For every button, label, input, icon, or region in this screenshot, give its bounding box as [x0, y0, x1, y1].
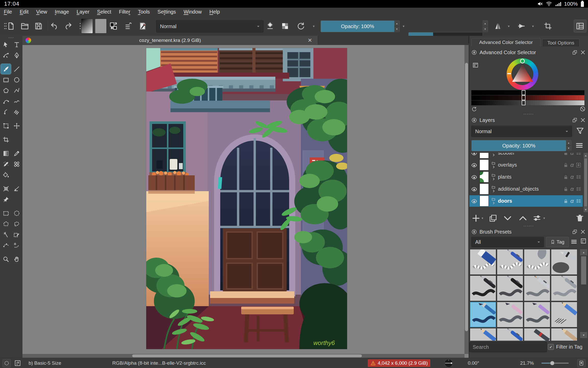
- layer-group-expander[interactable]: [491, 185, 496, 193]
- scroll-up-icon[interactable]: ▲: [580, 249, 587, 255]
- canvas-vertical-scrollbar[interactable]: [464, 45, 469, 354]
- float-docker-icon[interactable]: [572, 50, 578, 55]
- color-slider-value[interactable]: [471, 100, 584, 105]
- layer-grid-icon[interactable]: [575, 198, 582, 204]
- duplicate-layer-button[interactable]: [488, 214, 498, 223]
- reload-preset-button[interactable]: [297, 22, 305, 30]
- scroll-up-icon[interactable]: ▲: [584, 153, 588, 158]
- docker-lock-icon[interactable]: [471, 50, 477, 55]
- opacity-slider[interactable]: Opacity: 100%: [321, 20, 395, 32]
- brush-preset-tile[interactable]: [470, 328, 496, 341]
- layer-alpha-icon[interactable]: α: [570, 198, 574, 204]
- layer-visibility-icon[interactable]: [471, 198, 477, 204]
- scroll-down-icon[interactable]: ▼: [580, 332, 587, 338]
- tool-sel-bezier[interactable]: [1, 240, 11, 250]
- tool-select-shapes[interactable]: [1, 39, 11, 50]
- brush-preset-tile[interactable]: [470, 275, 496, 301]
- tool-sel-magnetic[interactable]: [11, 240, 22, 250]
- brush-preset-tile[interactable]: [524, 275, 550, 301]
- layer-thumbnail[interactable]: [480, 195, 489, 206]
- toolbox-grip[interactable]: ••••: [0, 36, 22, 39]
- tool-picker[interactable]: [11, 148, 22, 158]
- layer-visibility-icon[interactable]: [471, 153, 477, 156]
- tool-dynamic-brush[interactable]: [1, 107, 11, 117]
- tab-tool-options[interactable]: Tool Options: [542, 39, 580, 47]
- layer-thumbnail[interactable]: [480, 183, 489, 194]
- tool-sel-lasso[interactable]: [11, 219, 22, 229]
- tool-ellipse[interactable]: [11, 75, 22, 85]
- menu-tools[interactable]: Tools: [134, 9, 154, 15]
- color-selector-settings-icon[interactable]: [472, 62, 479, 68]
- close-docker-icon[interactable]: [580, 50, 586, 55]
- menu-settings[interactable]: Settings: [154, 9, 180, 15]
- layer-opacity-slider[interactable]: Opacity: 100%: [471, 140, 566, 151]
- layer-alpha-icon[interactable]: α: [570, 186, 574, 192]
- menu-image[interactable]: Image: [51, 9, 73, 15]
- chevron-down-icon[interactable]: ▾: [313, 24, 315, 28]
- foreground-background-colors[interactable]: [109, 22, 118, 30]
- tool-pan[interactable]: [11, 254, 22, 264]
- menu-help[interactable]: Help: [206, 9, 224, 15]
- pattern-chooser[interactable]: [95, 19, 107, 33]
- undo-button[interactable]: [50, 22, 59, 30]
- canvas-horizontal-scrollbar[interactable]: [22, 354, 464, 358]
- tool-crop[interactable]: [1, 134, 11, 145]
- brush-grid-scrollbar[interactable]: ▲ ▼: [580, 249, 587, 341]
- layer-alpha-icon[interactable]: α: [570, 162, 574, 168]
- add-layer-button[interactable]: [471, 214, 481, 223]
- float-docker-icon[interactable]: [572, 117, 578, 123]
- layer-row-scooter[interactable]: scooterα: [469, 153, 583, 159]
- layer-group-expander[interactable]: [491, 197, 496, 205]
- tool-zoom[interactable]: [1, 254, 11, 264]
- layer-visibility-icon[interactable]: [471, 186, 477, 192]
- canvas-only-mode-button[interactable]: [577, 359, 585, 367]
- tool-freehand-brush[interactable]: [1, 64, 11, 74]
- chevron-down-icon[interactable]: ▾: [508, 24, 510, 28]
- layer-lock-icon[interactable]: [563, 162, 569, 168]
- open-document-button[interactable]: [20, 22, 29, 30]
- layer-lock-icon[interactable]: [563, 153, 569, 156]
- delete-layer-button[interactable]: [575, 214, 584, 223]
- tool-edit-shapes[interactable]: [1, 50, 11, 60]
- preset-list-view-icon[interactable]: [570, 238, 578, 245]
- selection-mode-icon[interactable]: [14, 360, 21, 366]
- layer-visibility-icon[interactable]: [471, 162, 477, 168]
- tool-sel-poly[interactable]: [1, 219, 11, 229]
- filter-in-tag-checkbox[interactable]: ✓: [548, 344, 554, 350]
- tool-fill[interactable]: [1, 170, 11, 180]
- color-wheel[interactable]: [507, 58, 538, 90]
- layer-group-expander[interactable]: [491, 153, 496, 157]
- brush-preset-tile[interactable]: [551, 302, 577, 327]
- menu-edit[interactable]: Edit: [16, 9, 32, 15]
- docker-lock-icon[interactable]: [471, 117, 477, 123]
- brush-preset-tile[interactable]: [497, 302, 523, 327]
- menu-select[interactable]: Select: [93, 9, 115, 15]
- tool-rect[interactable]: [1, 75, 11, 85]
- menu-view[interactable]: View: [32, 9, 51, 15]
- color-slider-saturation[interactable]: [471, 95, 584, 100]
- opacity-spinner[interactable]: ▲▼: [394, 20, 400, 32]
- preset-display-mode-icon[interactable]: [580, 238, 587, 244]
- eraser-mode-button[interactable]: [266, 22, 275, 30]
- tool-sel-rect[interactable]: [1, 208, 11, 218]
- layer-properties-button[interactable]: [532, 214, 542, 223]
- brush-preset-tile[interactable]: [497, 249, 523, 275]
- chevron-down-icon[interactable]: ▾: [482, 216, 483, 220]
- layer-row-plants[interactable]: plantsα: [469, 171, 583, 183]
- tool-freehand-path[interactable]: [11, 96, 22, 106]
- close-docker-icon[interactable]: [580, 117, 586, 123]
- brush-option-widget[interactable]: [124, 22, 133, 30]
- layer-lock-icon[interactable]: [563, 186, 569, 192]
- image-size-warning[interactable]: 4,042 x 6,000 (2.9 GiB): [368, 359, 430, 367]
- layer-thumbnail[interactable]: [480, 171, 489, 182]
- brush-preset-tile[interactable]: [551, 275, 577, 301]
- brush-preset-tile[interactable]: [551, 249, 577, 275]
- mirror-horizontal-button[interactable]: [517, 22, 526, 30]
- layer-opacity-spinner[interactable]: ▲▼: [566, 140, 571, 151]
- tool-colorize[interactable]: [1, 159, 11, 169]
- brush-tag-dropdown[interactable]: All: [471, 237, 544, 247]
- layer-passthrough-icon[interactable]: [575, 162, 582, 168]
- preserve-alpha-button[interactable]: [281, 22, 289, 30]
- layer-grid-icon[interactable]: [575, 153, 582, 156]
- color-slider-hue[interactable]: [471, 90, 584, 95]
